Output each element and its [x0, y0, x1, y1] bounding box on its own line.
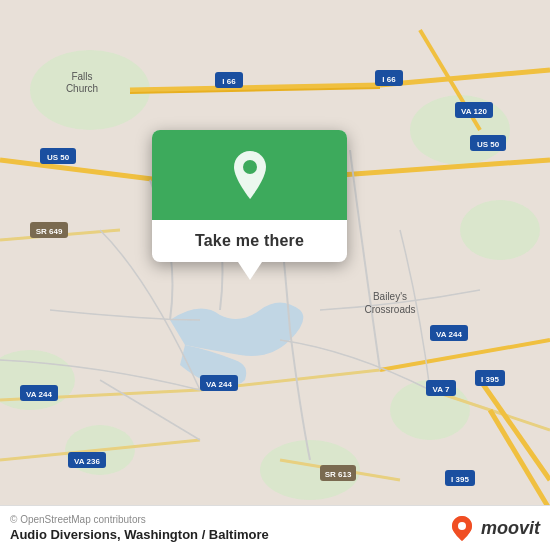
svg-text:VA 244: VA 244 [206, 380, 232, 389]
svg-text:Bailey's: Bailey's [373, 291, 407, 302]
place-name-text: Audio Diversions, Washington / Baltimore [10, 527, 269, 542]
svg-point-42 [243, 160, 257, 174]
location-pin-icon [228, 149, 272, 201]
svg-text:VA 7: VA 7 [433, 385, 450, 394]
svg-text:Falls: Falls [71, 71, 92, 82]
svg-text:I 395: I 395 [481, 375, 499, 384]
svg-text:VA 120: VA 120 [461, 107, 487, 116]
svg-text:VA 236: VA 236 [74, 457, 100, 466]
popup-card: Take me there [152, 130, 347, 262]
bottom-left-info: © OpenStreetMap contributors Audio Diver… [10, 514, 269, 542]
moovit-pin-icon [448, 514, 476, 542]
svg-text:Crossroads: Crossroads [364, 304, 415, 315]
svg-text:I 66: I 66 [382, 75, 396, 84]
svg-text:US 50: US 50 [47, 153, 70, 162]
moovit-brand-text: moovit [481, 518, 540, 539]
svg-text:SR 649: SR 649 [36, 227, 63, 236]
map-background: I 66 I 66 VA 120 US 50 S 50 US 50 SR 649… [0, 0, 550, 550]
svg-text:VA 244: VA 244 [436, 330, 462, 339]
svg-text:Church: Church [66, 83, 98, 94]
popup-tail [238, 262, 262, 280]
svg-point-3 [460, 200, 540, 260]
svg-text:SR 613: SR 613 [325, 470, 352, 479]
bottom-bar: © OpenStreetMap contributors Audio Diver… [0, 505, 550, 550]
popup-button-area[interactable]: Take me there [152, 220, 347, 262]
svg-text:US 50: US 50 [477, 140, 500, 149]
svg-point-44 [458, 522, 466, 530]
svg-text:I 395: I 395 [451, 475, 469, 484]
svg-text:I 66: I 66 [222, 77, 236, 86]
moovit-logo: moovit [448, 514, 540, 542]
take-me-there-button[interactable]: Take me there [195, 232, 304, 250]
svg-text:VA 244: VA 244 [26, 390, 52, 399]
map-container: I 66 I 66 VA 120 US 50 S 50 US 50 SR 649… [0, 0, 550, 550]
attribution-text: © OpenStreetMap contributors [10, 514, 269, 525]
popup-header [152, 130, 347, 220]
